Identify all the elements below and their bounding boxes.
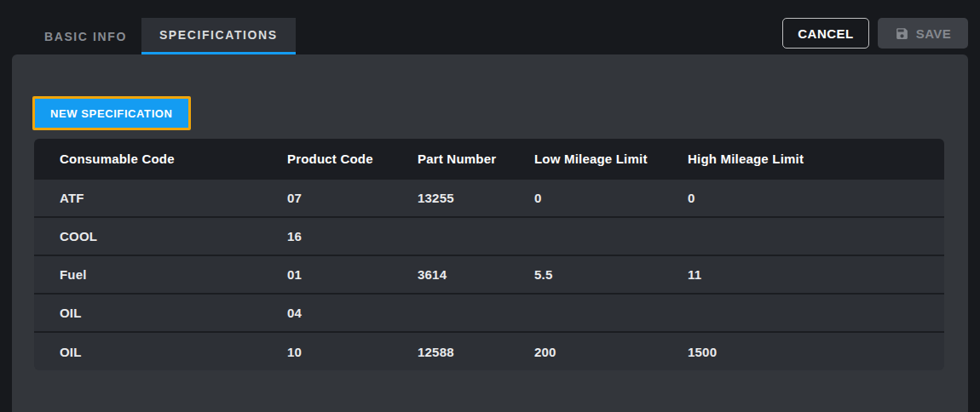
cell-consumable-code: OIL xyxy=(34,294,262,332)
action-buttons: CANCEL SAVE xyxy=(782,18,968,49)
cell-low-mileage-limit: 5.5 xyxy=(509,255,662,294)
cell-product-code: 16 xyxy=(262,217,392,255)
cell-part-number: 3614 xyxy=(392,255,509,294)
cell-high-mileage-limit: 0 xyxy=(662,179,944,217)
cell-consumable-code: OIL xyxy=(34,332,262,370)
column-header-low-mileage-limit: Low Mileage Limit xyxy=(509,139,662,179)
tab-specifications[interactable]: SPECIFICATIONS xyxy=(141,18,296,54)
cell-consumable-code: Fuel xyxy=(34,255,262,294)
cell-low-mileage-limit xyxy=(509,294,662,332)
cell-product-code: 07 xyxy=(262,179,392,217)
tab-basic-info[interactable]: BASIC INFO xyxy=(30,18,141,54)
column-header-part-number: Part Number xyxy=(392,139,509,179)
cell-product-code: 04 xyxy=(262,294,392,332)
table-row[interactable]: COOL 16 xyxy=(34,217,944,255)
cell-low-mileage-limit xyxy=(509,217,662,255)
table-header: Consumable Code Product Code Part Number… xyxy=(34,139,944,179)
cell-product-code: 01 xyxy=(262,255,392,294)
cell-product-code: 10 xyxy=(262,332,392,370)
column-header-product-code: Product Code xyxy=(262,139,392,179)
save-button[interactable]: SAVE xyxy=(878,18,968,49)
cell-high-mileage-limit: 11 xyxy=(662,255,944,294)
column-header-consumable-code: Consumable Code xyxy=(34,139,262,179)
specifications-table: Consumable Code Product Code Part Number… xyxy=(34,139,944,370)
table-row[interactable]: OIL 10 12588 200 1500 xyxy=(34,332,944,370)
cell-part-number: 13255 xyxy=(392,179,509,217)
table-row[interactable]: Fuel 01 3614 5.5 11 xyxy=(34,255,944,294)
floppy-disk-icon xyxy=(895,26,909,41)
table-row[interactable]: OIL 04 xyxy=(34,294,944,332)
cell-high-mileage-limit xyxy=(662,294,944,332)
tab-bar: BASIC INFO SPECIFICATIONS xyxy=(30,0,296,54)
save-button-label: SAVE xyxy=(916,26,952,41)
cell-part-number: 12588 xyxy=(392,332,509,370)
cell-high-mileage-limit xyxy=(662,217,944,255)
specifications-panel: NEW SPECIFICATION Consumable Code Produc… xyxy=(12,54,968,412)
cell-high-mileage-limit: 1500 xyxy=(662,332,944,370)
column-header-high-mileage-limit: High Mileage Limit xyxy=(662,139,944,179)
cell-low-mileage-limit: 200 xyxy=(509,332,662,370)
cell-part-number xyxy=(392,217,509,255)
new-specification-button[interactable]: NEW SPECIFICATION xyxy=(32,96,191,130)
cell-low-mileage-limit: 0 xyxy=(509,179,662,217)
cell-consumable-code: ATF xyxy=(34,179,262,217)
top-bar: BASIC INFO SPECIFICATIONS CANCEL SAVE xyxy=(0,0,980,54)
cell-part-number xyxy=(392,294,509,332)
cancel-button[interactable]: CANCEL xyxy=(782,18,869,49)
cell-consumable-code: COOL xyxy=(34,217,262,255)
table-row[interactable]: ATF 07 13255 0 0 xyxy=(34,179,944,217)
